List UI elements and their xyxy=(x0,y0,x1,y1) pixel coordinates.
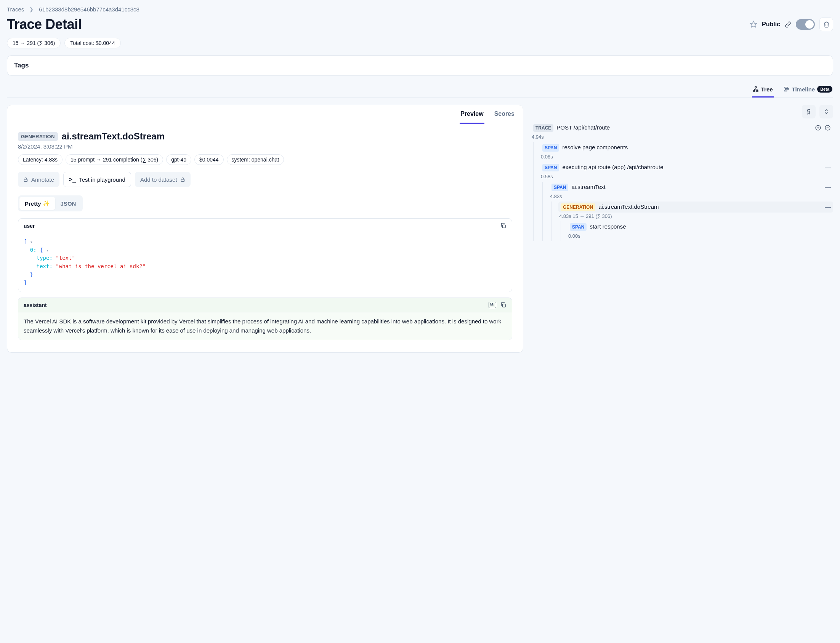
copy-icon[interactable] xyxy=(500,302,507,308)
tree-node-meta: 0.00s xyxy=(567,233,833,239)
system-pill: system: openai.chat xyxy=(227,154,284,165)
tokens-pill: 15 prompt → 291 completion (∑ 306) xyxy=(65,154,163,165)
latency-pill: Latency: 4.83s xyxy=(18,154,62,165)
detail-timestamp: 8/2/2024, 3:03:22 PM xyxy=(18,143,512,150)
star-icon[interactable] xyxy=(750,21,757,28)
detail-panel: Preview Scores GENERATION ai.streamText.… xyxy=(7,105,523,353)
assistant-message-body: The Vercel AI SDK is a software developm… xyxy=(18,312,512,340)
playground-button[interactable]: >_ Test in playground xyxy=(63,172,131,187)
lock-icon xyxy=(23,177,28,182)
copy-icon[interactable] xyxy=(500,222,507,229)
svg-rect-7 xyxy=(24,179,28,181)
minus-circle-icon[interactable] xyxy=(824,124,831,131)
plus-circle-icon[interactable] xyxy=(815,124,821,131)
collapse-button[interactable] xyxy=(819,105,833,119)
tags-card: Tags xyxy=(7,55,833,76)
annotate-button[interactable]: Annotate xyxy=(18,172,59,187)
public-label: Public xyxy=(762,21,780,28)
bookmark-button[interactable] xyxy=(802,105,815,119)
tree-trace-meta: 4.94s xyxy=(531,134,833,140)
public-toggle[interactable] xyxy=(796,19,815,30)
user-role-label: user xyxy=(24,223,35,229)
cost-pill: $0.0044 xyxy=(194,154,224,165)
span-badge: SPAN xyxy=(543,164,559,171)
generation-badge: GENERATION xyxy=(18,132,58,141)
format-toggle: Pretty ✨ JSON xyxy=(18,196,83,211)
generation-badge: GENERATION xyxy=(561,203,595,211)
svg-rect-1 xyxy=(755,86,757,88)
link-icon[interactable] xyxy=(785,21,791,28)
tree-trace-label[interactable]: POST /api/chat/route xyxy=(556,124,812,131)
tab-tree[interactable]: Tree xyxy=(752,83,774,98)
timeline-icon xyxy=(784,86,790,92)
assistant-role-label: assistant xyxy=(24,302,47,308)
tree-icon xyxy=(753,86,759,92)
breadcrumb: Traces ❯ 61b2333d8b29e546bb77c4a3d41cc3c… xyxy=(7,6,833,13)
svg-rect-3 xyxy=(757,90,758,91)
tree-node-label[interactable]: executing api route (app) /api/chat/rout… xyxy=(562,163,822,171)
page-title: Trace Detail xyxy=(7,16,82,33)
breadcrumb-root[interactable]: Traces xyxy=(7,6,24,13)
lock-icon xyxy=(180,177,185,182)
tree-node-meta: 0.08s xyxy=(540,154,833,160)
tree-node-label[interactable]: start response xyxy=(590,223,831,230)
markdown-icon[interactable]: M↓ xyxy=(489,302,496,308)
beta-badge: Beta xyxy=(817,86,832,93)
delete-button[interactable] xyxy=(819,18,833,31)
format-pretty-label: Pretty xyxy=(25,201,41,207)
ribbon-icon xyxy=(806,109,812,115)
detail-title: ai.streamText.doStream xyxy=(62,131,165,142)
tree-node-meta: 4.83s 15 → 291 (∑ 306) xyxy=(558,213,833,219)
playground-label: Test in playground xyxy=(79,176,126,183)
format-pretty[interactable]: Pretty ✨ xyxy=(20,197,55,210)
model-pill: gpt-4o xyxy=(166,154,191,165)
cost-summary-pill: Total cost: $0.0044 xyxy=(64,38,121,48)
span-badge: SPAN xyxy=(543,144,559,152)
tab-scores[interactable]: Scores xyxy=(494,105,515,124)
svg-rect-10 xyxy=(502,304,505,307)
svg-rect-8 xyxy=(181,179,185,181)
sparkle-icon: ✨ xyxy=(42,200,50,207)
collapse-node-icon[interactable]: — xyxy=(825,184,831,191)
tags-heading: Tags xyxy=(14,62,826,69)
svg-rect-9 xyxy=(502,225,505,228)
tree-node-meta: 0.58s xyxy=(540,174,833,180)
user-message-card: user [ ▾ 0: { ▾ type: "text" text: "what… xyxy=(18,218,512,292)
tree-node-label[interactable]: resolve page components xyxy=(562,144,831,151)
chevron-right-icon: ❯ xyxy=(29,7,34,12)
format-json[interactable]: JSON xyxy=(55,197,82,210)
tree-panel: TRACE POST /api/chat/route 4.94s SPAN re xyxy=(531,105,833,241)
svg-rect-5 xyxy=(785,89,789,90)
svg-rect-2 xyxy=(753,90,755,91)
tab-tree-label: Tree xyxy=(761,86,773,93)
tab-timeline-label: Timeline xyxy=(792,86,815,93)
span-badge: SPAN xyxy=(551,184,568,191)
span-badge: SPAN xyxy=(570,223,587,231)
dataset-label: Add to dataset xyxy=(140,176,177,183)
tree-node-meta: 4.83s xyxy=(549,194,833,199)
tree-node-label[interactable]: ai.streamText.doStream xyxy=(598,203,822,211)
user-message-body: [ ▾ 0: { ▾ type: "text" text: "what is t… xyxy=(18,233,512,292)
collapse-node-icon[interactable]: — xyxy=(825,164,831,171)
tab-preview[interactable]: Preview xyxy=(460,105,484,124)
trash-icon xyxy=(823,21,830,28)
svg-rect-6 xyxy=(784,90,787,91)
breadcrumb-id: 61b2333d8b29e546bb77c4a3d41cc3c8 xyxy=(39,6,139,13)
terminal-icon: >_ xyxy=(69,176,76,183)
collapse-node-icon[interactable]: — xyxy=(825,204,831,211)
trace-badge: TRACE xyxy=(533,124,553,132)
svg-marker-0 xyxy=(750,21,757,28)
dataset-button[interactable]: Add to dataset xyxy=(135,172,191,187)
assistant-message-card: assistant M↓ The Vercel AI SDK is a soft… xyxy=(18,297,512,340)
tab-timeline[interactable]: Timeline Beta xyxy=(783,83,833,98)
svg-rect-4 xyxy=(784,87,788,88)
tree-node-label[interactable]: ai.streamText xyxy=(571,183,822,191)
collapse-icon xyxy=(823,109,829,115)
svg-point-11 xyxy=(807,109,810,112)
annotate-label: Annotate xyxy=(31,176,54,183)
token-summary-pill: 15 → 291 (∑ 306) xyxy=(7,38,60,48)
